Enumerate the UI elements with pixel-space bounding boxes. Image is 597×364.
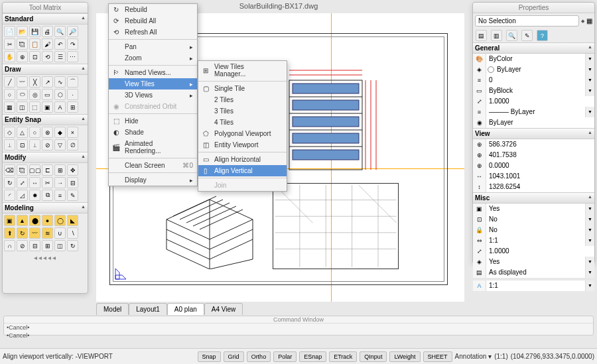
- paste-icon[interactable]: 📋: [29, 38, 40, 50]
- menu-named-views[interactable]: 🏳Named Views...: [109, 67, 197, 78]
- chevron-down-icon[interactable]: ▼: [585, 64, 594, 75]
- section-draw[interactable]: Draw▲: [3, 64, 88, 75]
- props-view-head[interactable]: View▲: [473, 128, 594, 139]
- menu-tiles-manager[interactable]: ⊞View Tiles Manager...: [198, 61, 287, 80]
- fillet-icon[interactable]: ◜: [4, 190, 15, 201]
- prop-v2[interactable]: 401.7538: [486, 150, 594, 160]
- prop-scale[interactable]: 1.0000: [486, 96, 594, 107]
- menu-align-horizontal[interactable]: ▭Align Horizontal: [198, 154, 287, 165]
- arc-icon[interactable]: ⌒: [67, 76, 78, 88]
- menu-entity-viewport[interactable]: ◫Entity Viewport: [198, 139, 287, 151]
- snap-quad-icon[interactable]: ◆: [54, 127, 66, 138]
- props-general-head[interactable]: General▲: [473, 42, 594, 54]
- sb-qinput[interactable]: QInput: [360, 351, 387, 362]
- chamfer-icon[interactable]: ◿: [17, 190, 28, 201]
- cyl-icon[interactable]: ⬤: [29, 215, 40, 226]
- more-icon[interactable]: ⋯: [67, 51, 78, 62]
- sb-snap[interactable]: Snap: [198, 351, 221, 362]
- redo-icon[interactable]: ↷: [67, 38, 78, 50]
- print-icon[interactable]: 🖨: [42, 26, 53, 37]
- chevron-down-icon[interactable]: ▼: [585, 225, 594, 235]
- boundary-icon[interactable]: ⬚: [29, 101, 40, 113]
- selection-dropdown-icon[interactable]: ◆: [581, 19, 584, 24]
- block-icon[interactable]: ▣: [42, 101, 53, 113]
- donut-icon[interactable]: ◎: [29, 89, 40, 100]
- table-icon[interactable]: ⊞: [67, 101, 78, 113]
- sb-etrack[interactable]: ETrack: [329, 351, 357, 362]
- snap-perp-icon[interactable]: ⟂: [29, 139, 40, 151]
- chevron-down-icon[interactable]: ▼: [585, 75, 594, 86]
- intersect-icon[interactable]: ∩: [4, 240, 15, 251]
- sphere-icon[interactable]: ●: [42, 215, 53, 226]
- chevron-down-icon[interactable]: ▼: [585, 257, 594, 267]
- sb-sheet[interactable]: SHEET: [423, 351, 452, 362]
- erase-icon[interactable]: ⌫: [4, 164, 15, 176]
- stretch-icon[interactable]: ↔: [29, 177, 40, 188]
- menu-display[interactable]: Display▸: [109, 174, 197, 186]
- zoom-ext-icon[interactable]: ⊕: [17, 51, 28, 62]
- menu-zoom[interactable]: Zoom▸: [109, 52, 197, 64]
- chevron-down-icon[interactable]: ▼: [585, 54, 594, 64]
- sb-ortho[interactable]: Ortho: [247, 351, 271, 362]
- ray-icon[interactable]: ↗: [42, 76, 53, 88]
- prop-pstyle[interactable]: ByLayer: [486, 117, 594, 128]
- menu-4-tiles[interactable]: 4 Tiles: [198, 117, 287, 128]
- prop-m3[interactable]: No: [486, 225, 585, 235]
- union-icon[interactable]: ∪: [54, 227, 66, 239]
- explode-icon[interactable]: ✸: [29, 190, 40, 201]
- prop-m7[interactable]: As displayed: [486, 267, 585, 278]
- join-icon[interactable]: ⧉: [42, 190, 53, 201]
- cone-icon[interactable]: ▲: [17, 215, 28, 226]
- menu-single-tile[interactable]: ▢Single Tile: [198, 83, 287, 94]
- prop-color[interactable]: ByColor: [486, 54, 585, 64]
- chevron-down-icon[interactable]: ▼: [585, 280, 594, 291]
- array-icon[interactable]: ⊞: [54, 164, 66, 176]
- wedge-icon[interactable]: ◣: [67, 215, 78, 226]
- tab-a4-view[interactable]: A4 View: [204, 303, 243, 315]
- zoom-prev-icon[interactable]: ⟲: [42, 51, 53, 62]
- mesh-icon[interactable]: ⊞: [42, 240, 53, 251]
- slice-icon[interactable]: ⊘: [17, 240, 28, 251]
- menu-rebuild-all[interactable]: ⟳Rebuild All: [109, 15, 197, 27]
- region-icon[interactable]: ◫: [17, 101, 28, 113]
- extrude-icon[interactable]: ⬆: [4, 227, 15, 239]
- prop-btn-4[interactable]: ✎: [521, 30, 533, 41]
- rect-icon[interactable]: ▭: [42, 89, 53, 100]
- help-icon[interactable]: ?: [537, 30, 548, 41]
- menu-poly-viewport[interactable]: ⬠Polygonal Viewport: [198, 128, 287, 139]
- prop-btn-1[interactable]: ▤: [476, 30, 487, 41]
- snap-tan-icon[interactable]: ⊘: [42, 139, 53, 151]
- revolve-icon[interactable]: ↻: [17, 227, 28, 239]
- box-icon[interactable]: ▣: [4, 215, 15, 226]
- menu-2-tiles[interactable]: 2 Tiles: [198, 94, 287, 105]
- snap-none-icon[interactable]: ∅: [67, 139, 78, 151]
- move-icon[interactable]: ✥: [67, 164, 78, 176]
- menu-3-tiles[interactable]: 3 Tiles: [198, 105, 287, 117]
- selection-picker-icon[interactable]: ▦: [586, 17, 592, 25]
- prop-btn-3[interactable]: 🔍: [506, 30, 517, 41]
- sb-polar[interactable]: Polar: [273, 351, 297, 362]
- xline-icon[interactable]: ╳: [29, 76, 40, 88]
- pan-icon[interactable]: ✋: [4, 51, 15, 62]
- snap-ext-icon[interactable]: ⟂: [4, 139, 15, 151]
- sb-esnap[interactable]: ESnap: [299, 351, 326, 362]
- section-esnap[interactable]: Entity Snap▲: [3, 114, 88, 125]
- scale-icon[interactable]: ⤢: [17, 177, 28, 188]
- loft-icon[interactable]: ≋: [42, 227, 53, 239]
- hatch-icon[interactable]: ▦: [4, 101, 15, 113]
- prop-block[interactable]: ByBlock: [486, 86, 585, 96]
- tab-a0-plan[interactable]: A0 plan: [167, 303, 204, 315]
- prop-m8[interactable]: 1:1: [486, 280, 585, 291]
- shell-icon[interactable]: ◫: [54, 240, 66, 251]
- subtract-icon[interactable]: ∖: [67, 227, 78, 239]
- prop-layer[interactable]: ByLayer: [486, 64, 585, 75]
- menu-rebuild[interactable]: ↻Rebuild: [109, 4, 197, 15]
- prop-v4[interactable]: 1043.1001: [486, 171, 594, 182]
- snap-mid-icon[interactable]: △: [17, 127, 28, 138]
- prop-v3[interactable]: 0.0000: [486, 160, 594, 171]
- snap-node-icon[interactable]: ⊗: [42, 127, 53, 138]
- find-icon[interactable]: 🔎: [67, 26, 78, 37]
- prop-level[interactable]: 0: [486, 75, 585, 86]
- section-standard[interactable]: Standard▲: [3, 13, 88, 25]
- sb-grid[interactable]: Grid: [224, 351, 244, 362]
